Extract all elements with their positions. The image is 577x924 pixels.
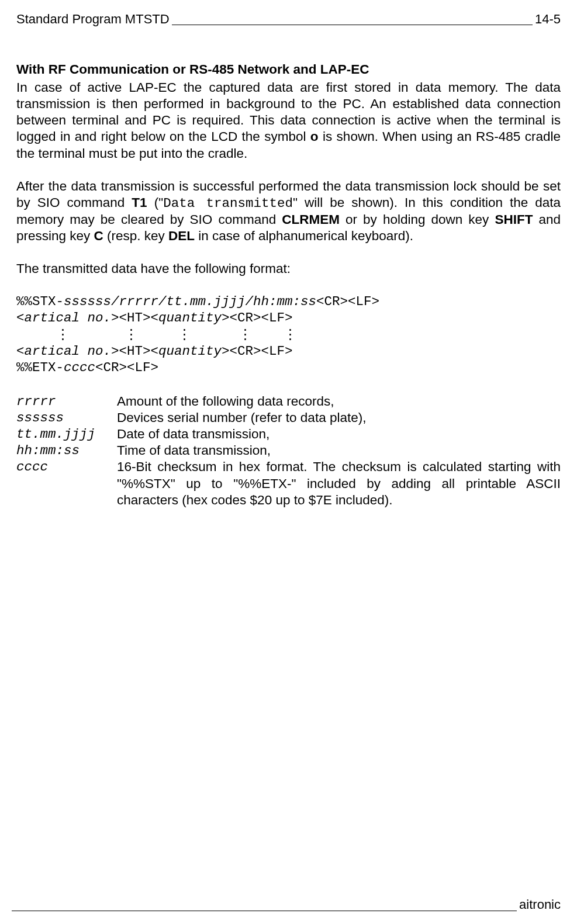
text: " up to " <box>171 476 238 491</box>
bold-del: DEL <box>168 229 195 243</box>
code-text: %%ETX- <box>16 360 64 375</box>
text: or by holding down key <box>340 212 495 227</box>
code-text: <CR><LF> <box>230 344 293 359</box>
code-italic: <quantity> <box>151 310 230 326</box>
page-footer: aitronic <box>12 897 561 912</box>
def-row: ssssss Devices serial number (refer to d… <box>16 410 561 426</box>
code-data-transmitted: Data transmitted <box>163 196 293 211</box>
bold-c: C <box>94 229 103 243</box>
code-stx: %%STX <box>122 476 171 491</box>
def-desc: Amount of the following data records, <box>117 393 561 410</box>
def-row: tt.mm.jjjj Date of data transmission, <box>16 426 561 442</box>
def-desc: Date of data transmission, <box>117 426 561 442</box>
footer-brand: aitronic <box>519 897 561 912</box>
definition-list: rrrrr Amount of the following data recor… <box>16 393 561 508</box>
def-desc: 16-Bit checksum in hex format. The check… <box>117 459 561 508</box>
code-etx: %%ETX- <box>238 476 291 491</box>
paragraph-2: After the data transmission is successfu… <box>16 178 561 245</box>
paragraph-3: The transmitted data have the following … <box>16 261 561 277</box>
code-italic: ssssss/rrrrr/tt.mm.jjjj/hh:mm:ss <box>64 294 316 309</box>
code-text: <HT> <box>119 310 151 326</box>
code-text: <CR><LF> <box>95 360 158 375</box>
code-text: <CR><LF> <box>230 310 293 326</box>
code-text: %%STX- <box>16 294 64 309</box>
header-rule <box>172 12 533 25</box>
def-term-date: tt.mm.jjjj <box>16 426 117 442</box>
bold-clrmem: CLRMEM <box>282 212 340 227</box>
section-heading: With RF Communication or RS-485 Network … <box>16 62 561 77</box>
text: in case of alphanumerical keyboard). <box>195 229 413 243</box>
bold-shift: SHIFT <box>495 212 533 227</box>
header-page-number: 14-5 <box>535 12 561 27</box>
code-block: %%STX-ssssss/rrrrr/tt.mm.jjjj/hh:mm:ss<C… <box>16 293 561 376</box>
def-term-ssssss: ssssss <box>16 410 117 426</box>
def-row: cccc 16-Bit checksum in hex format. The … <box>16 459 561 508</box>
paragraph-1: In case of active LAP-EC the captured da… <box>16 79 561 162</box>
def-term-rrrrr: rrrrr <box>16 393 117 410</box>
def-row: rrrrr Amount of the following data recor… <box>16 393 561 410</box>
code-text: <HT> <box>119 344 151 359</box>
code-italic: <artical no.> <box>16 310 119 326</box>
def-term-time: hh:mm:ss <box>16 442 117 459</box>
text: (" <box>147 195 164 210</box>
def-term-cccc: cccc <box>16 459 117 475</box>
footer-rule <box>12 898 517 911</box>
header-left: Standard Program MTSTD <box>16 12 170 27</box>
code-text: <CR><LF> <box>316 294 379 309</box>
code-italic: <quantity> <box>151 344 230 359</box>
code-italic: <artical no.> <box>16 344 119 359</box>
page-header: Standard Program MTSTD 14-5 <box>16 12 561 27</box>
text: (resp. key <box>103 229 168 243</box>
bold-symbol-o: o <box>310 129 319 144</box>
def-desc: Devices serial number (refer to data pla… <box>117 410 561 426</box>
code-italic: cccc <box>64 360 95 375</box>
page: Standard Program MTSTD 14-5 With RF Comm… <box>0 0 577 924</box>
bold-t1: T1 <box>132 195 147 210</box>
code-dots-row: ⋮ ⋮ ⋮ ⋮ ⋮ <box>16 327 297 342</box>
def-row: hh:mm:ss Time of data transmission, <box>16 442 561 459</box>
def-desc: Time of data transmission, <box>117 442 561 459</box>
